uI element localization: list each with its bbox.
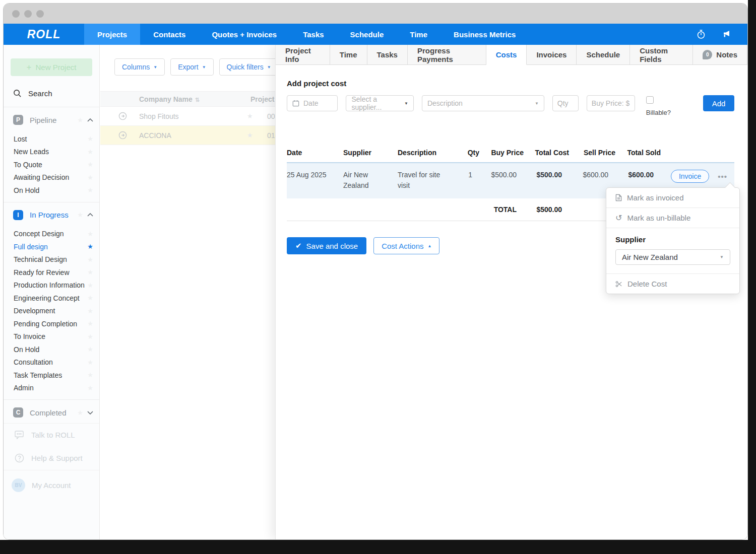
invoice-button[interactable]: Invoice: [671, 170, 709, 183]
timer-icon[interactable]: [696, 29, 706, 39]
star-icon: ★: [87, 186, 93, 194]
star-icon-filled[interactable]: ★: [87, 243, 93, 250]
add-project-cost-heading: Add project cost: [287, 79, 734, 88]
star-icon: ★: [87, 345, 93, 353]
calendar-icon: [292, 100, 299, 107]
description-combobox[interactable]: Description ▼: [422, 95, 544, 111]
date-input[interactable]: Date: [287, 95, 338, 111]
window-titlebar: [4, 4, 747, 24]
cost-buy-price: $500.00: [479, 170, 524, 180]
search-control[interactable]: Search: [4, 89, 99, 107]
save-and-close-button[interactable]: ✔ Save and close: [287, 237, 366, 254]
sidebar-item-new-leads[interactable]: New Leads★: [4, 146, 99, 159]
menu-item-mark-as-unbillable[interactable]: ↺ Mark as un-billable: [606, 208, 739, 228]
billable-control: Billable?: [646, 95, 671, 116]
cost-actions-button[interactable]: Cost Actions ▲: [373, 237, 439, 254]
nav-item-business-metrics[interactable]: Business Metrics: [440, 24, 529, 45]
star-icon: ★: [87, 148, 93, 156]
nav-item-quotes-invoices[interactable]: Quotes + Invoices: [199, 24, 290, 45]
sidebar-item-development[interactable]: Development★: [4, 305, 99, 318]
star-icon: ★: [87, 384, 93, 392]
sidebar-item-lost[interactable]: Lost★: [4, 132, 99, 146]
sidebar-item-consultation[interactable]: Consultation★: [4, 356, 99, 369]
columns-button[interactable]: Columns▼: [114, 58, 165, 76]
tab-time[interactable]: Time: [330, 45, 367, 64]
tab-project-info[interactable]: Project Info: [276, 45, 330, 64]
talk-to-roll-button[interactable]: Talk to ROLL: [4, 424, 99, 446]
document-icon: [615, 194, 622, 201]
sidebar-section-pipeline[interactable]: P Pipeline ★: [4, 107, 99, 130]
sidebar-item-pending-completion[interactable]: Pending Completion★: [4, 317, 99, 330]
in-progress-list: Concept Design★ Full design★ Technical D…: [4, 226, 99, 400]
megaphone-icon[interactable]: [721, 29, 731, 39]
tab-costs[interactable]: Costs: [486, 45, 527, 65]
star-icon: ★: [87, 135, 93, 143]
total-value: $500.00: [524, 205, 569, 214]
menu-item-delete-cost[interactable]: Delete Cost: [606, 274, 739, 294]
nav-item-schedule[interactable]: Schedule: [337, 24, 397, 45]
quick-filters-button[interactable]: Quick filters▼: [219, 58, 279, 76]
chevron-up-icon[interactable]: [87, 118, 93, 122]
chevron-down-icon[interactable]: [87, 411, 93, 414]
sidebar-item-admin[interactable]: Admin★: [4, 382, 99, 395]
row-actions-menu-button[interactable]: •••: [718, 172, 727, 181]
buy-price-input[interactable]: [587, 95, 635, 111]
sidebar-item-awaiting-decision[interactable]: Awaiting Decision★: [4, 171, 99, 184]
sidebar-item-to-quote[interactable]: To Quote★: [4, 158, 99, 171]
sidebar-item-on-hold[interactable]: On Hold★: [4, 184, 99, 197]
open-project-icon[interactable]: [118, 131, 127, 140]
window-minimize-button[interactable]: [24, 10, 32, 18]
tab-notes[interactable]: 0 Notes: [693, 45, 747, 64]
star-icon: ★: [87, 333, 93, 340]
search-icon: [13, 89, 22, 98]
check-icon: ✔: [295, 241, 302, 250]
undo-icon: ↺: [615, 214, 622, 222]
tab-progress-payments[interactable]: Progress Payments: [408, 45, 486, 64]
sidebar-item-on-hold-2[interactable]: On Hold★: [4, 343, 99, 356]
add-cost-button[interactable]: Add: [703, 95, 734, 111]
caret-down-icon: ▼: [267, 65, 271, 70]
star-icon: ★: [87, 320, 93, 327]
new-project-button[interactable]: + New Project: [11, 58, 92, 76]
supplier-select[interactable]: Select a supplier... ▼: [346, 95, 413, 111]
star-icon: ★: [87, 174, 93, 181]
star-icon: ★: [87, 161, 93, 168]
cost-total-sold: $600.00: [615, 170, 661, 180]
nav-item-contacts[interactable]: Contacts: [140, 24, 199, 45]
scissors-icon: [615, 281, 622, 288]
window-zoom-button[interactable]: [36, 10, 44, 18]
supplier-dropdown[interactable]: Air New Zealand ▼: [615, 249, 730, 265]
billable-checkbox[interactable]: [646, 96, 654, 104]
sidebar-item-concept-design[interactable]: Concept Design★: [4, 228, 99, 241]
tab-tasks[interactable]: Tasks: [367, 45, 408, 64]
nav-item-time[interactable]: Time: [397, 24, 440, 45]
sidebar-item-to-invoice[interactable]: To Invoice★: [4, 330, 99, 343]
sidebar-section-in-progress[interactable]: I In Progress ★: [4, 202, 99, 226]
column-company-name[interactable]: Company Name⇅: [100, 95, 250, 103]
sidebar-section-completed[interactable]: C Completed ★: [4, 400, 99, 423]
my-account-button[interactable]: BV My Account: [4, 470, 99, 492]
qty-input[interactable]: [552, 95, 579, 111]
caret-down-icon: ▼: [153, 65, 157, 70]
export-button[interactable]: Export▼: [170, 58, 213, 76]
help-support-button[interactable]: Help & Support: [4, 446, 99, 470]
sidebar-item-production-information[interactable]: Production Information★: [4, 279, 99, 292]
open-project-icon[interactable]: [118, 112, 127, 120]
window-close-button[interactable]: [12, 10, 20, 18]
panel-tabs: Project Info Time Tasks Progress Payment…: [276, 45, 747, 65]
star-icon: ★: [77, 409, 83, 417]
tab-invoices[interactable]: Invoices: [527, 45, 577, 64]
tab-schedule[interactable]: Schedule: [577, 45, 630, 64]
tab-custom-fields[interactable]: Custom Fields: [630, 45, 693, 64]
menu-item-mark-as-invoiced[interactable]: Mark as invoiced: [606, 188, 739, 207]
sidebar-item-ready-for-review[interactable]: Ready for Review★: [4, 266, 99, 279]
sidebar-item-engineering-concept[interactable]: Engineering Concept★: [4, 292, 99, 305]
nav-item-tasks[interactable]: Tasks: [290, 24, 337, 45]
caret-down-icon: ▼: [404, 101, 408, 106]
nav-item-projects[interactable]: Projects: [84, 24, 140, 45]
sidebar-item-technical-design[interactable]: Technical Design★: [4, 253, 99, 266]
chevron-up-icon[interactable]: [87, 213, 93, 217]
sidebar-item-full-design[interactable]: Full design★: [4, 240, 99, 253]
sidebar-item-task-templates[interactable]: Task Templates★: [4, 369, 99, 382]
menu-supplier-section: Supplier Air New Zealand ▼: [606, 228, 739, 273]
